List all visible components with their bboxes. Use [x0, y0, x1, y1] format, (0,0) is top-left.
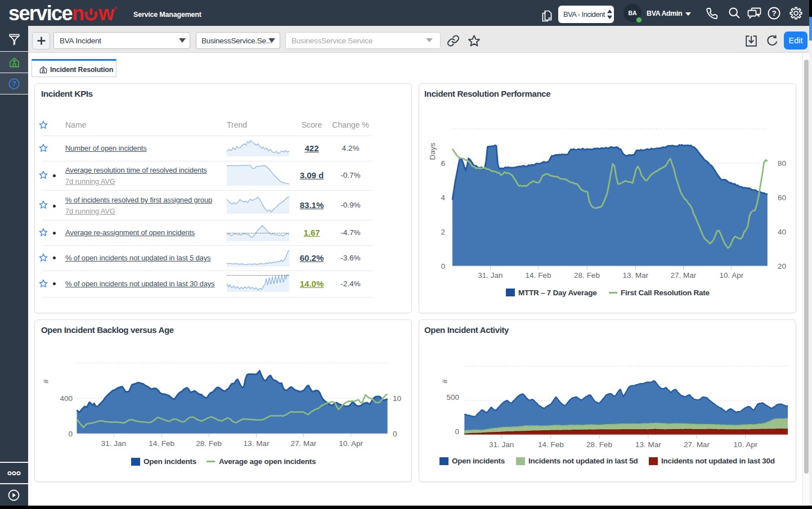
- svg-text:10: 10: [393, 394, 401, 403]
- svg-text:28. Feb: 28. Feb: [574, 271, 600, 280]
- svg-text:6: 6: [441, 159, 445, 168]
- svg-text:27. Mar: 27. Mar: [291, 439, 317, 448]
- svg-text:20: 20: [778, 262, 786, 271]
- svg-text:0: 0: [455, 427, 459, 436]
- svg-text:80: 80: [778, 159, 786, 168]
- svg-text:28. Feb: 28. Feb: [196, 439, 222, 448]
- svg-text:14. Feb: 14. Feb: [538, 440, 564, 449]
- svg-text:13. Mar: 13. Mar: [244, 439, 270, 448]
- svg-text:31. Jan: 31. Jan: [489, 440, 514, 449]
- svg-text:2: 2: [441, 228, 445, 236]
- svg-text:28. Feb: 28. Feb: [586, 440, 612, 449]
- svg-text:13. Mar: 13. Mar: [623, 271, 649, 280]
- svg-text:#: #: [42, 379, 50, 384]
- svg-text:10. Apr: 10. Apr: [339, 439, 363, 448]
- svg-text:14. Feb: 14. Feb: [526, 271, 551, 280]
- svg-text:0: 0: [441, 262, 445, 271]
- svg-text:10. Apr: 10. Apr: [720, 271, 744, 280]
- svg-text:31. Jan: 31. Jan: [478, 271, 503, 280]
- svg-text:27. Mar: 27. Mar: [684, 440, 710, 449]
- svg-text:0: 0: [68, 430, 73, 438]
- svg-text:27. Mar: 27. Mar: [671, 271, 697, 280]
- svg-text:10. Apr: 10. Apr: [733, 440, 757, 449]
- svg-text:400: 400: [60, 394, 73, 403]
- svg-text:?: ?: [771, 9, 776, 17]
- svg-text:31. Jan: 31. Jan: [101, 439, 126, 448]
- svg-text:0: 0: [393, 430, 397, 438]
- svg-text:Days: Days: [428, 142, 437, 160]
- svg-text:14. Feb: 14. Feb: [149, 439, 174, 448]
- svg-text:#: #: [441, 379, 449, 384]
- svg-text:500: 500: [446, 393, 459, 402]
- svg-text:?: ?: [12, 80, 16, 88]
- svg-text:4: 4: [441, 193, 445, 202]
- svg-text:60: 60: [778, 193, 786, 202]
- svg-text:40: 40: [778, 228, 786, 236]
- svg-text:13. Mar: 13. Mar: [635, 440, 661, 449]
